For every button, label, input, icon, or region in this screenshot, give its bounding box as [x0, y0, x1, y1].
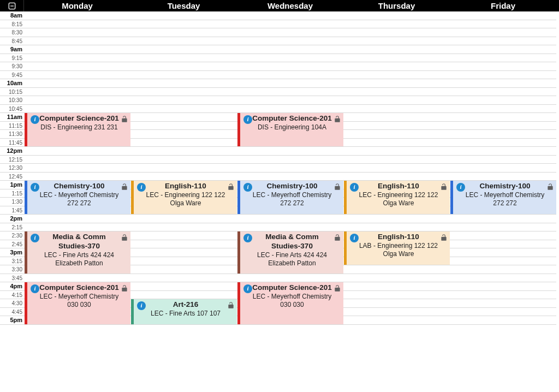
lock-icon[interactable]	[334, 115, 341, 123]
time-slot: 1:30	[0, 198, 24, 206]
info-icon[interactable]: i	[243, 183, 252, 192]
lock-icon[interactable]	[227, 301, 235, 310]
info-icon[interactable]: i	[243, 234, 252, 242]
event-instructor: Olga Ware	[145, 199, 226, 207]
time-slot: 9:30	[0, 62, 24, 71]
event-block[interactable]: iEnglish-110LEC - Engineering 122 122Olg…	[131, 181, 237, 214]
time-slot: 2:30	[0, 231, 24, 240]
day-column: iComputer Science-201DIS - Engineering 1…	[237, 11, 343, 325]
event-title: Computer Science-201	[252, 283, 332, 293]
info-icon[interactable]: i	[31, 115, 39, 124]
event-block[interactable]: iChemistry-100LEC - Meyerhoff Chemistry …	[237, 181, 343, 214]
day-header-wednesday: Wednesday	[237, 0, 343, 11]
day-column: iComputer Science-201DIS - Engineering 2…	[24, 11, 130, 325]
event-subtitle: LEC - Meyerhoff Chemistry 030 030	[252, 293, 332, 309]
event-block[interactable]: iComputer Science-201LEC - Meyerhoff Che…	[237, 282, 343, 324]
info-icon[interactable]: i	[243, 284, 252, 293]
time-slot: 11:45	[0, 139, 24, 147]
event-title: Media & Comm Studies-370	[252, 233, 332, 251]
day-header-monday: Monday	[24, 0, 130, 11]
time-slot: 4:30	[0, 299, 24, 308]
lock-icon[interactable]	[121, 233, 128, 242]
event-subtitle: LEC - Engineering 122 122	[358, 191, 439, 199]
event-subtitle: LEC - Fine Arts 107 107	[145, 310, 226, 318]
time-slot: 10am	[0, 79, 24, 88]
time-column: 8am8:158:308:459am9:159:309:4510am10:151…	[0, 11, 24, 325]
info-icon[interactable]: i	[31, 183, 39, 192]
calendar-grid: 8am8:158:308:459am9:159:309:4510am10:151…	[0, 11, 559, 325]
time-slot: 10:45	[0, 105, 24, 114]
time-slot: 3:30	[0, 265, 24, 274]
event-subtitle: DIS - Engineering 104A	[252, 123, 332, 132]
time-slot: 1:45	[0, 206, 24, 215]
event-block[interactable]: iEnglish-110LEC - Engineering 122 122Olg…	[344, 181, 450, 214]
info-icon[interactable]: i	[137, 183, 146, 192]
lock-icon[interactable]	[121, 284, 128, 293]
event-block[interactable]: iMedia & Comm Studies-370LEC - Fine Arts…	[25, 231, 130, 274]
event-subtitle: LEC - Meyerhoff Chemistry 272 272	[252, 191, 332, 207]
event-title: Computer Science-201	[39, 114, 120, 123]
info-icon[interactable]: i	[456, 183, 465, 192]
event-title: Chemistry-100	[252, 182, 332, 191]
lock-icon[interactable]	[440, 182, 448, 191]
event-block[interactable]: iComputer Science-201LEC - Meyerhoff Che…	[25, 282, 130, 324]
time-slot: 3:15	[0, 257, 24, 266]
time-slot: 8am	[0, 11, 24, 20]
time-slot: 12:45	[0, 173, 24, 181]
lock-icon[interactable]	[334, 182, 341, 191]
event-instructor: Olga Ware	[358, 250, 439, 258]
info-icon[interactable]: i	[31, 234, 39, 242]
event-block[interactable]: iEnglish-110LAB - Engineering 122 122Olg…	[344, 231, 450, 265]
event-subtitle: LEC - Fine Arts 424 424	[252, 251, 332, 259]
time-slot: 9:45	[0, 71, 24, 80]
collapse-button[interactable]	[0, 0, 24, 11]
event-instructor: Olga Ware	[358, 199, 439, 207]
event-subtitle: LEC - Meyerhoff Chemistry 030 030	[39, 293, 120, 309]
event-block[interactable]: iComputer Science-201DIS - Engineering 1…	[237, 113, 343, 146]
time-slot: 8:15	[0, 20, 24, 29]
event-instructor: Elizabeth Patton	[252, 259, 332, 268]
lock-icon[interactable]	[121, 182, 128, 191]
time-slot: 4:15	[0, 291, 24, 300]
lock-icon[interactable]	[546, 182, 554, 191]
day-column: iEnglish-110LEC - Engineering 122 122Olg…	[130, 11, 237, 325]
time-slot: 3pm	[0, 248, 24, 257]
lock-icon[interactable]	[227, 182, 235, 191]
time-slot: 11:30	[0, 130, 24, 139]
info-icon[interactable]: i	[31, 284, 39, 293]
event-block[interactable]: iComputer Science-201DIS - Engineering 2…	[25, 113, 130, 146]
lock-icon[interactable]	[334, 233, 341, 242]
event-block[interactable]: iMedia & Comm Studies-370LEC - Fine Arts…	[237, 231, 343, 274]
lock-icon[interactable]	[334, 284, 341, 293]
time-slot: 9am	[0, 45, 24, 54]
event-title: Chemistry-100	[465, 182, 545, 191]
lock-icon[interactable]	[121, 115, 128, 123]
event-subtitle: LEC - Meyerhoff Chemistry 272 272	[39, 191, 120, 207]
time-slot: 12:30	[0, 164, 24, 173]
event-title: Computer Science-201	[252, 114, 332, 123]
day-header-tuesday: Tuesday	[130, 0, 237, 11]
time-slot: 12:15	[0, 156, 24, 164]
collapse-icon	[8, 2, 16, 10]
time-slot: 11am	[0, 113, 24, 122]
day-header-thursday: Thursday	[343, 0, 450, 11]
info-icon[interactable]: i	[350, 234, 359, 242]
day-columns: iComputer Science-201DIS - Engineering 2…	[24, 11, 559, 325]
event-subtitle: LEC - Engineering 122 122	[145, 191, 226, 199]
time-slot: 2pm	[0, 215, 24, 223]
info-icon[interactable]: i	[137, 301, 146, 310]
time-slot: 8:45	[0, 37, 24, 46]
time-slot: 10:15	[0, 88, 24, 97]
day-header-friday: Friday	[450, 0, 556, 11]
event-block[interactable]: iChemistry-100LEC - Meyerhoff Chemistry …	[25, 181, 130, 214]
event-block[interactable]: iArt-216LEC - Fine Arts 107 107	[131, 299, 237, 324]
time-slot: 11:15	[0, 122, 24, 130]
info-icon[interactable]: i	[350, 183, 359, 192]
time-slot: 2:15	[0, 223, 24, 232]
event-title: English-110	[358, 182, 439, 191]
event-subtitle: LEC - Fine Arts 424 424	[39, 251, 120, 259]
event-title: Chemistry-100	[39, 182, 120, 191]
event-block[interactable]: iChemistry-100LEC - Meyerhoff Chemistry …	[450, 181, 556, 214]
lock-icon[interactable]	[440, 233, 448, 242]
info-icon[interactable]: i	[243, 115, 252, 124]
